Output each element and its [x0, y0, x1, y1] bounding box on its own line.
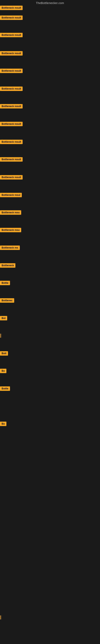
- bottleneck-badge-25[interactable]: Bo: [0, 422, 6, 426]
- bottleneck-badge-3[interactable]: Bottleneck result: [0, 33, 23, 37]
- bottleneck-badge-23[interactable]: Bottle: [0, 386, 10, 391]
- items-container: Bottleneck resultBottleneck resultBottle…: [0, 4, 100, 644]
- bottleneck-badge-7[interactable]: Bottleneck result: [0, 104, 23, 108]
- bottleneck-badge-11[interactable]: Bottleneck result: [0, 175, 23, 180]
- bottleneck-badge-15[interactable]: Bottleneck res: [0, 246, 20, 250]
- bottleneck-badge-18[interactable]: Bottlenec: [0, 298, 14, 303]
- bottleneck-badge-5[interactable]: Bottleneck result: [0, 69, 23, 73]
- bottleneck-badge-9[interactable]: Bottleneck result: [0, 140, 23, 144]
- bottleneck-line-20: [0, 334, 1, 338]
- bottleneck-badge-14[interactable]: Bottleneck resu: [0, 228, 21, 232]
- bottleneck-badge-6[interactable]: Bottleneck result: [0, 86, 23, 91]
- bottleneck-badge-22[interactable]: Bo: [0, 369, 6, 373]
- bottleneck-badge-1[interactable]: Bottleneck result: [0, 6, 23, 10]
- bottleneck-line-36: [0, 616, 1, 620]
- bottleneck-badge-13[interactable]: Bottleneck resu: [0, 210, 21, 215]
- bottleneck-badge-8[interactable]: Bottleneck result: [0, 122, 23, 126]
- bottleneck-badge-10[interactable]: Bottleneck result: [0, 157, 23, 162]
- bottleneck-badge-16[interactable]: Bottleneck: [0, 263, 15, 268]
- bottleneck-badge-19[interactable]: Bot: [0, 316, 7, 320]
- bottleneck-badge-12[interactable]: Bottleneck resul: [0, 193, 22, 197]
- bottleneck-badge-4[interactable]: Bottleneck result: [0, 51, 23, 56]
- bottleneck-badge-21[interactable]: Bott: [0, 351, 8, 356]
- bottleneck-badge-17[interactable]: Bottle: [0, 281, 10, 285]
- bottleneck-badge-2[interactable]: Bottleneck result: [0, 16, 23, 20]
